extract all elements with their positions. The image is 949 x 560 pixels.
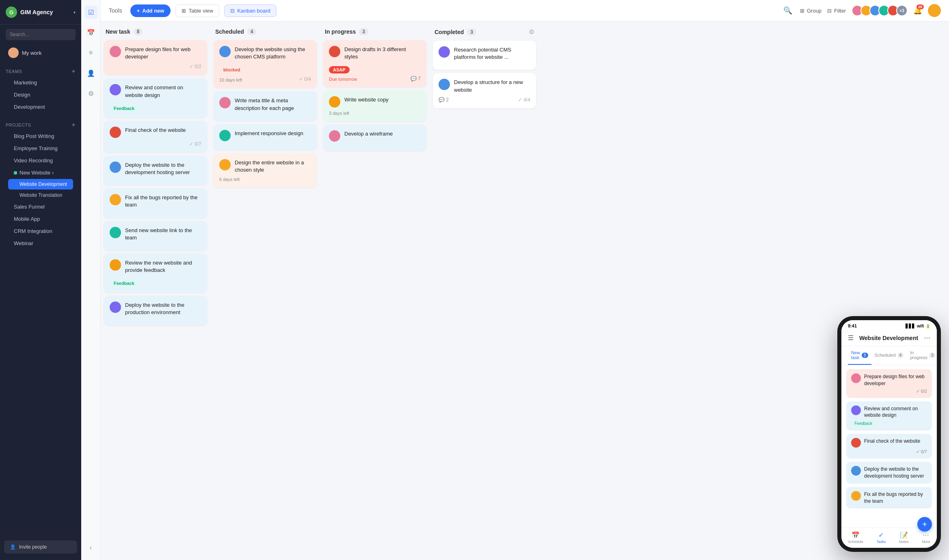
group-button[interactable]: ⊞ Group: [800, 8, 821, 14]
icon-settings[interactable]: ⚙: [84, 87, 97, 100]
col-header-completed: Completed 3 ⚙: [433, 22, 536, 41]
sidebar-item-salesfunnel[interactable]: Sales Funnel: [8, 201, 73, 213]
card-deploy-prod[interactable]: Deploy the website to the production env…: [104, 296, 207, 325]
card-fix-bugs[interactable]: Fix all the bugs reported by the team: [104, 188, 207, 218]
phone-card-review[interactable]: Review and comment on website design Fee…: [846, 401, 932, 431]
phone-nav-more[interactable]: ⋯ More: [922, 531, 930, 544]
card-research-cms[interactable]: Research potential CMS platforms for web…: [433, 41, 536, 70]
icon-calendar[interactable]: 📅: [84, 26, 97, 39]
sidebar-item-blog[interactable]: Blog Post Writing: [8, 130, 73, 142]
phone-card-prepare[interactable]: Prepare design files for web developer ✓…: [846, 369, 932, 398]
col-cards-scheduled: Develop the website using the chosen CMS…: [214, 40, 317, 187]
card-develop-cms[interactable]: Develop the website using the chosen CMS…: [214, 40, 317, 88]
add-project-button[interactable]: +: [71, 121, 76, 129]
sidebar-item-webinar[interactable]: Webinar: [8, 237, 73, 249]
card-tag-blocked: blocked: [219, 66, 244, 73]
add-team-button[interactable]: +: [71, 68, 76, 75]
sidebar-item-crm[interactable]: CRM Integration: [8, 225, 73, 237]
phone-fab-button[interactable]: +: [917, 517, 932, 532]
card-write-meta[interactable]: Write meta title & meta description for …: [214, 91, 317, 121]
add-icon: +: [137, 8, 140, 14]
sidebar-item-design[interactable]: Design: [8, 89, 73, 101]
sidebar-item-website-translation[interactable]: Website Translation: [8, 190, 73, 200]
card-title: Develop a structure for a new website: [454, 79, 530, 93]
avatar-more[interactable]: +3: [896, 5, 908, 16]
phone-status-bar: 9:41 ▋▋▋ wifi 🔋: [841, 320, 937, 330]
card-deploy-dev[interactable]: Deploy the website to the development ho…: [104, 156, 207, 185]
phone-tab-newtask[interactable]: New task 8: [848, 346, 871, 365]
add-new-button[interactable]: + Add new: [130, 4, 171, 17]
card-write-copy[interactable]: Write website copy 3 days left: [323, 90, 426, 121]
sidebar-item-mywork[interactable]: My work: [2, 44, 79, 61]
sidebar-item-employee[interactable]: Employee Training: [8, 142, 73, 154]
col-settings-icon[interactable]: ⚙: [529, 28, 534, 36]
sidebar-item-development[interactable]: Development: [8, 101, 73, 113]
invite-people-button[interactable]: 👤 Invite people: [4, 541, 77, 554]
sidebar-item-mobileapp[interactable]: Mobile App: [8, 213, 73, 225]
card-check: ✓ 0/4: [299, 76, 311, 82]
card-comments: 💬 7: [411, 76, 421, 82]
card-check: ✓ 0/7: [189, 141, 201, 147]
phone-tab-scheduled[interactable]: Scheduled 4: [871, 346, 907, 365]
sidebar-item-video[interactable]: Video Recording: [8, 155, 73, 166]
add-label: Add new: [142, 8, 164, 14]
phone-status-right: ▋▋▋ wifi 🔋: [906, 324, 930, 328]
phone-card-deploy-dev[interactable]: Deploy the website to the development ho…: [846, 462, 932, 484]
filter-button[interactable]: ⊟ Filter: [827, 8, 846, 14]
card-check: ✓ 0/2: [189, 64, 201, 69]
card-prepare-design[interactable]: Prepare design files for web developer ✓…: [104, 40, 207, 75]
phone-nav-tasks[interactable]: ✓ Tasks: [876, 531, 886, 544]
phone-card-fix-bugs[interactable]: Fix all the bugs reported by the team: [846, 487, 932, 509]
search-button[interactable]: 🔍: [781, 4, 794, 17]
card-title: Review and comment on website design: [125, 84, 201, 99]
card-final-check[interactable]: Final check of the website ✓ 0/7: [104, 121, 207, 153]
card-structure[interactable]: Develop a structure for a new website 💬 …: [433, 73, 536, 108]
phone-nav-schedule[interactable]: 📅 Schedule: [848, 531, 863, 544]
icon-strip: ☑ 📅 ≡ 👤 ⚙ ‹: [81, 0, 101, 560]
card-header: Develop a structure for a new website: [439, 79, 530, 93]
search-input[interactable]: [6, 29, 76, 40]
card-wireframe[interactable]: Develop a wireframe: [323, 125, 426, 151]
phone-nav-notes-label: Notes: [899, 540, 909, 544]
table-view-button[interactable]: ⊞ Table view: [175, 4, 219, 17]
phone-more-icon[interactable]: ⋯: [924, 334, 930, 342]
icon-list[interactable]: ≡: [84, 46, 97, 59]
card-days: 3 days left: [329, 111, 421, 116]
phone-title: Website Development: [859, 335, 918, 341]
phone-tab-inprogress[interactable]: In progress 3: [907, 346, 937, 365]
sidebar: G GIM Agency ▾ My work Teams + Marketing…: [0, 0, 81, 560]
phone-card-final[interactable]: Final check of the website ✓ 0/7: [846, 434, 932, 459]
org-chevron[interactable]: ▾: [73, 10, 76, 15]
phone-menu-icon[interactable]: ☰: [848, 334, 854, 342]
icon-person[interactable]: 👤: [84, 67, 97, 80]
card-design-drafts[interactable]: Design drafts in 3 different styles ASAP…: [323, 40, 426, 87]
kanban-board-button[interactable]: ⊟ Kanban board: [224, 4, 277, 17]
phone-tab-badge: 3: [929, 353, 936, 358]
card-design-entire[interactable]: Design the entire website in a chosen st…: [214, 153, 317, 187]
icon-tasks[interactable]: ☑: [84, 6, 97, 19]
phone-card-header: Prepare design files for web developer: [851, 373, 927, 387]
teams-section-header: Teams +: [6, 68, 76, 75]
card-responsive[interactable]: Implement responsive design: [214, 124, 317, 150]
project-dot: [14, 171, 17, 174]
phone-card-avatar: [851, 373, 861, 383]
sidebar-item-website-development[interactable]: Website Development: [8, 179, 73, 190]
card-avatar: [110, 84, 121, 95]
sidebar-item-newwebsite[interactable]: New Website ›: [8, 167, 73, 179]
phone-card-header: Fix all the bugs reported by the team: [851, 491, 927, 505]
board: New task 8 Prepare design files for web …: [101, 22, 949, 560]
icon-collapse[interactable]: ‹: [84, 541, 97, 554]
sidebar-item-marketing[interactable]: Marketing: [8, 77, 73, 88]
card-header: Prepare design files for web developer: [110, 46, 201, 60]
user-avatar[interactable]: [928, 4, 941, 17]
card-review-new[interactable]: Review the new website and provide feedb…: [104, 254, 207, 293]
phone-card-footer: ✓ 0/2: [851, 389, 927, 394]
phone-nav-notes[interactable]: 📝 Notes: [899, 531, 909, 544]
card-send-link[interactable]: Send new website link to the team: [104, 221, 207, 250]
sidebar-header[interactable]: G GIM Agency ▾: [0, 0, 81, 25]
notifications-button[interactable]: 🔔 28: [913, 6, 922, 15]
card-footer: 💬 2 ✓ 4/4: [439, 97, 530, 103]
phone-cards: Prepare design files for web developer ✓…: [841, 365, 937, 511]
card-avatar: [219, 130, 231, 141]
card-review-comment[interactable]: Review and comment on website design Fee…: [104, 78, 207, 117]
